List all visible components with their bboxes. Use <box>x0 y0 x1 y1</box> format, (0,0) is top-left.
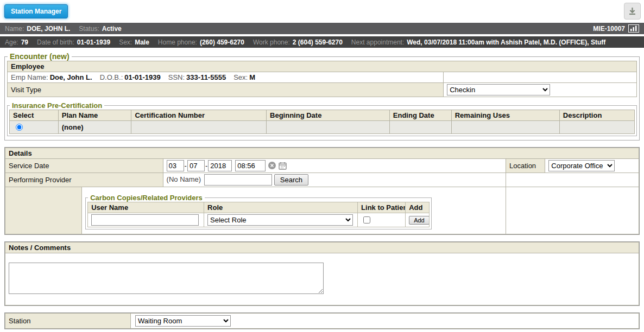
carbon-copies-section: Carbon Copies/Related Providers User Nam… <box>85 194 432 229</box>
service-day-input[interactable] <box>187 160 205 171</box>
calendar-icon[interactable] <box>279 163 287 171</box>
col-role: Role <box>204 202 358 213</box>
carbon-copies-legend: Carbon Copies/Related Providers <box>88 194 205 202</box>
service-date-label: Service Date <box>5 159 163 173</box>
next-appointment-label: Next appointment: <box>351 39 404 46</box>
patient-status: Active <box>102 25 122 33</box>
age-value: 79 <box>21 39 28 46</box>
station-label: Station <box>5 314 131 329</box>
details-empty-cell-1 <box>506 173 639 187</box>
cc-username-input[interactable] <box>91 214 199 226</box>
station-manager-button[interactable]: Station Manager <box>4 4 68 18</box>
col-beginning-date: Beginning Date <box>267 110 390 121</box>
notes-table: Notes / Comments <box>5 242 639 305</box>
insurance-plan-name: (none) <box>62 123 84 131</box>
details-header: Details <box>5 148 639 159</box>
patient-name: DOE, JOHN L. <box>27 25 70 33</box>
work-phone-value: 2 (604) 559-6270 <box>293 39 343 46</box>
service-month-input[interactable] <box>167 160 184 171</box>
notes-textarea[interactable] <box>9 263 324 294</box>
cc-add-button[interactable]: Add <box>409 216 430 225</box>
col-user-name: User Name <box>88 202 204 213</box>
col-select: Select <box>10 110 59 121</box>
provider-search-input[interactable] <box>204 174 272 186</box>
location-select[interactable]: Corporate Office <box>548 160 615 171</box>
cc-role-select[interactable]: Select Role <box>207 214 353 226</box>
status-label: Status: <box>79 25 99 33</box>
dob-value: 01-01-1939 <box>77 39 110 46</box>
download-icon <box>628 7 637 16</box>
employee-table: Employee Emp Name:Doe, John L.D.O.B.:01-… <box>7 61 637 97</box>
col-remaining-uses: Remaining Uses <box>451 110 559 121</box>
col-add: Add <box>406 202 430 213</box>
notes-section: Notes / Comments <box>4 241 640 306</box>
service-time-input[interactable] <box>235 160 266 171</box>
home-phone-label: Home phone: <box>158 39 197 46</box>
service-year-input[interactable] <box>208 160 232 171</box>
col-cert-number: Certification Number <box>131 110 267 121</box>
sex-label: Sex: <box>119 39 132 46</box>
employee-header: Employee <box>8 61 637 72</box>
col-plan-name: Plan Name <box>58 110 131 121</box>
demographics-bar: Age: 79 Date of birth: 01-01-1939 Sex: M… <box>0 36 644 48</box>
download-button[interactable] <box>624 3 641 20</box>
patient-id: MIE-10007 <box>593 25 625 33</box>
top-toolbar: Station Manager <box>0 0 644 23</box>
patient-name-bar: Name: DOE, JOHN L. Status: Active MIE-10… <box>0 23 644 34</box>
insurance-select-radio[interactable] <box>16 124 23 131</box>
employee-info-empty-cell <box>444 72 637 83</box>
work-phone-label: Work phone: <box>253 39 290 46</box>
details-label-spacer <box>5 187 82 234</box>
notes-header: Notes / Comments <box>5 242 639 253</box>
details-empty-cell-2 <box>506 187 639 234</box>
station-section: Station Waiting Room <box>4 312 640 329</box>
carbon-copies-table: User Name Role Link to Patient Add Selec… <box>87 202 430 227</box>
station-table: Station Waiting Room <box>5 313 639 329</box>
dob-label: Date of birth: <box>37 39 74 46</box>
col-ending-date: Ending Date <box>389 110 451 121</box>
details-section: Details Service Date -- Location Corpora… <box>4 147 640 235</box>
location-label: Location <box>506 159 545 173</box>
col-description: Description <box>559 110 634 121</box>
provider-no-name: (No Name) <box>167 175 201 183</box>
performing-provider-label: Performing Provider <box>5 173 163 187</box>
insurance-precert-section: Insurance Pre-Certification Select Plan … <box>7 101 637 136</box>
details-table: Details Service Date -- Location Corpora… <box>5 148 639 234</box>
link-to-patient-checkbox[interactable] <box>363 216 370 224</box>
age-label: Age: <box>5 39 18 46</box>
service-date-cell: -- <box>163 159 506 173</box>
clear-date-icon[interactable] <box>268 163 276 171</box>
visit-type-select[interactable]: Checkin <box>447 84 550 95</box>
encounter-legend: Encounter (new) <box>8 52 72 61</box>
sex-value: Male <box>135 39 149 46</box>
insurance-row: (none) <box>10 121 635 134</box>
insurance-precert-legend: Insurance Pre-Certification <box>10 101 104 110</box>
visit-type-label: Visit Type <box>8 83 444 97</box>
next-appointment-value: Wed, 03/07/2018 11:00am with Ashish Pate… <box>407 39 605 46</box>
provider-search-button[interactable]: Search <box>274 174 308 186</box>
station-select[interactable]: Waiting Room <box>135 315 231 327</box>
encounter-section: Encounter (new) Employee Emp Name:Doe, J… <box>4 52 640 141</box>
insurance-table: Select Plan Name Certification Number Be… <box>9 110 635 134</box>
bar-chart-icon[interactable] <box>628 24 639 33</box>
home-phone-value: (260) 459-6270 <box>200 39 244 46</box>
name-label: Name: <box>5 25 24 33</box>
employee-info: Emp Name:Doe, John L.D.O.B.:01-01-1939SS… <box>8 72 444 83</box>
col-link-to-patient: Link to Patient <box>358 202 406 213</box>
